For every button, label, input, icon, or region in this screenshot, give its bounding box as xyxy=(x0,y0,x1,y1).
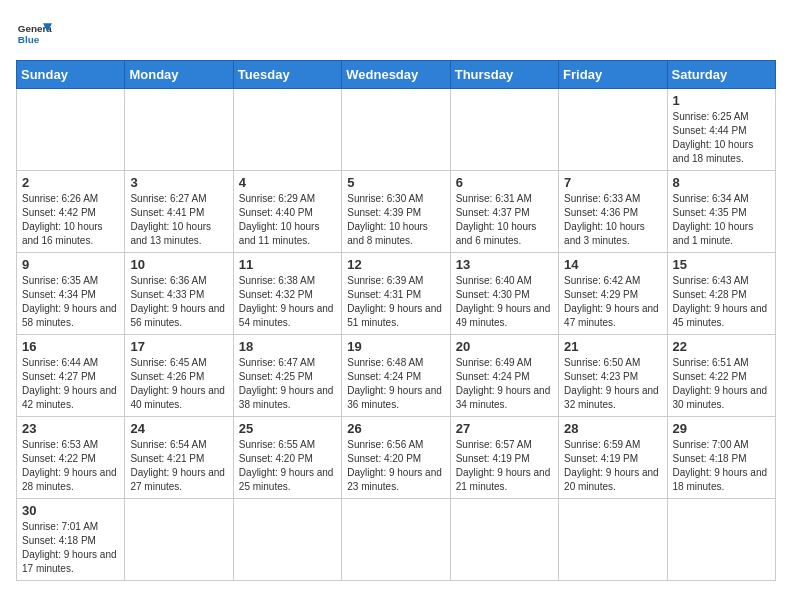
weekday-header-row: SundayMondayTuesdayWednesdayThursdayFrid… xyxy=(17,61,776,89)
day-number: 14 xyxy=(564,257,661,272)
logo-icon: General Blue xyxy=(16,16,52,52)
calendar-cell xyxy=(450,499,558,581)
day-number: 7 xyxy=(564,175,661,190)
day-info: Sunrise: 6:35 AM Sunset: 4:34 PM Dayligh… xyxy=(22,274,119,330)
day-number: 27 xyxy=(456,421,553,436)
day-info: Sunrise: 6:59 AM Sunset: 4:19 PM Dayligh… xyxy=(564,438,661,494)
calendar-cell xyxy=(233,499,341,581)
calendar-cell: 1Sunrise: 6:25 AM Sunset: 4:44 PM Daylig… xyxy=(667,89,775,171)
calendar-cell: 30Sunrise: 7:01 AM Sunset: 4:18 PM Dayli… xyxy=(17,499,125,581)
calendar-cell: 29Sunrise: 7:00 AM Sunset: 4:18 PM Dayli… xyxy=(667,417,775,499)
calendar-cell: 25Sunrise: 6:55 AM Sunset: 4:20 PM Dayli… xyxy=(233,417,341,499)
day-number: 11 xyxy=(239,257,336,272)
calendar-cell: 7Sunrise: 6:33 AM Sunset: 4:36 PM Daylig… xyxy=(559,171,667,253)
day-info: Sunrise: 6:29 AM Sunset: 4:40 PM Dayligh… xyxy=(239,192,336,248)
day-number: 26 xyxy=(347,421,444,436)
calendar-cell: 27Sunrise: 6:57 AM Sunset: 4:19 PM Dayli… xyxy=(450,417,558,499)
day-info: Sunrise: 6:26 AM Sunset: 4:42 PM Dayligh… xyxy=(22,192,119,248)
day-info: Sunrise: 6:54 AM Sunset: 4:21 PM Dayligh… xyxy=(130,438,227,494)
day-info: Sunrise: 7:00 AM Sunset: 4:18 PM Dayligh… xyxy=(673,438,770,494)
calendar-cell xyxy=(125,89,233,171)
week-row-1: 1Sunrise: 6:25 AM Sunset: 4:44 PM Daylig… xyxy=(17,89,776,171)
calendar-cell xyxy=(450,89,558,171)
week-row-3: 9Sunrise: 6:35 AM Sunset: 4:34 PM Daylig… xyxy=(17,253,776,335)
calendar-cell: 24Sunrise: 6:54 AM Sunset: 4:21 PM Dayli… xyxy=(125,417,233,499)
day-number: 18 xyxy=(239,339,336,354)
day-info: Sunrise: 6:48 AM Sunset: 4:24 PM Dayligh… xyxy=(347,356,444,412)
weekday-header-wednesday: Wednesday xyxy=(342,61,450,89)
calendar-cell xyxy=(559,499,667,581)
day-info: Sunrise: 6:39 AM Sunset: 4:31 PM Dayligh… xyxy=(347,274,444,330)
calendar-cell: 17Sunrise: 6:45 AM Sunset: 4:26 PM Dayli… xyxy=(125,335,233,417)
day-number: 28 xyxy=(564,421,661,436)
day-info: Sunrise: 6:30 AM Sunset: 4:39 PM Dayligh… xyxy=(347,192,444,248)
calendar-cell: 3Sunrise: 6:27 AM Sunset: 4:41 PM Daylig… xyxy=(125,171,233,253)
day-number: 8 xyxy=(673,175,770,190)
weekday-header-tuesday: Tuesday xyxy=(233,61,341,89)
day-number: 16 xyxy=(22,339,119,354)
day-info: Sunrise: 6:33 AM Sunset: 4:36 PM Dayligh… xyxy=(564,192,661,248)
weekday-header-friday: Friday xyxy=(559,61,667,89)
day-number: 23 xyxy=(22,421,119,436)
day-info: Sunrise: 6:56 AM Sunset: 4:20 PM Dayligh… xyxy=(347,438,444,494)
day-info: Sunrise: 6:38 AM Sunset: 4:32 PM Dayligh… xyxy=(239,274,336,330)
day-number: 25 xyxy=(239,421,336,436)
calendar-cell: 21Sunrise: 6:50 AM Sunset: 4:23 PM Dayli… xyxy=(559,335,667,417)
calendar-cell: 6Sunrise: 6:31 AM Sunset: 4:37 PM Daylig… xyxy=(450,171,558,253)
weekday-header-thursday: Thursday xyxy=(450,61,558,89)
day-number: 29 xyxy=(673,421,770,436)
week-row-4: 16Sunrise: 6:44 AM Sunset: 4:27 PM Dayli… xyxy=(17,335,776,417)
day-number: 5 xyxy=(347,175,444,190)
header: General Blue xyxy=(16,16,776,52)
calendar-cell: 12Sunrise: 6:39 AM Sunset: 4:31 PM Dayli… xyxy=(342,253,450,335)
day-info: Sunrise: 6:57 AM Sunset: 4:19 PM Dayligh… xyxy=(456,438,553,494)
calendar-cell: 19Sunrise: 6:48 AM Sunset: 4:24 PM Dayli… xyxy=(342,335,450,417)
day-info: Sunrise: 6:34 AM Sunset: 4:35 PM Dayligh… xyxy=(673,192,770,248)
day-info: Sunrise: 6:50 AM Sunset: 4:23 PM Dayligh… xyxy=(564,356,661,412)
day-number: 24 xyxy=(130,421,227,436)
calendar-cell: 13Sunrise: 6:40 AM Sunset: 4:30 PM Dayli… xyxy=(450,253,558,335)
day-info: Sunrise: 6:40 AM Sunset: 4:30 PM Dayligh… xyxy=(456,274,553,330)
calendar-cell xyxy=(342,89,450,171)
day-info: Sunrise: 6:53 AM Sunset: 4:22 PM Dayligh… xyxy=(22,438,119,494)
calendar-cell: 4Sunrise: 6:29 AM Sunset: 4:40 PM Daylig… xyxy=(233,171,341,253)
calendar-cell: 2Sunrise: 6:26 AM Sunset: 4:42 PM Daylig… xyxy=(17,171,125,253)
calendar-cell: 8Sunrise: 6:34 AM Sunset: 4:35 PM Daylig… xyxy=(667,171,775,253)
calendar-cell: 23Sunrise: 6:53 AM Sunset: 4:22 PM Dayli… xyxy=(17,417,125,499)
calendar-cell xyxy=(667,499,775,581)
day-info: Sunrise: 6:45 AM Sunset: 4:26 PM Dayligh… xyxy=(130,356,227,412)
calendar-table: SundayMondayTuesdayWednesdayThursdayFrid… xyxy=(16,60,776,581)
calendar-cell: 16Sunrise: 6:44 AM Sunset: 4:27 PM Dayli… xyxy=(17,335,125,417)
calendar-cell: 26Sunrise: 6:56 AM Sunset: 4:20 PM Dayli… xyxy=(342,417,450,499)
calendar-cell: 15Sunrise: 6:43 AM Sunset: 4:28 PM Dayli… xyxy=(667,253,775,335)
day-number: 19 xyxy=(347,339,444,354)
calendar-cell: 9Sunrise: 6:35 AM Sunset: 4:34 PM Daylig… xyxy=(17,253,125,335)
calendar-cell xyxy=(342,499,450,581)
weekday-header-monday: Monday xyxy=(125,61,233,89)
calendar-cell: 28Sunrise: 6:59 AM Sunset: 4:19 PM Dayli… xyxy=(559,417,667,499)
day-info: Sunrise: 6:44 AM Sunset: 4:27 PM Dayligh… xyxy=(22,356,119,412)
calendar-cell xyxy=(233,89,341,171)
day-info: Sunrise: 6:51 AM Sunset: 4:22 PM Dayligh… xyxy=(673,356,770,412)
day-info: Sunrise: 6:25 AM Sunset: 4:44 PM Dayligh… xyxy=(673,110,770,166)
day-number: 17 xyxy=(130,339,227,354)
day-number: 13 xyxy=(456,257,553,272)
week-row-2: 2Sunrise: 6:26 AM Sunset: 4:42 PM Daylig… xyxy=(17,171,776,253)
day-info: Sunrise: 7:01 AM Sunset: 4:18 PM Dayligh… xyxy=(22,520,119,576)
day-number: 20 xyxy=(456,339,553,354)
svg-text:Blue: Blue xyxy=(18,34,40,45)
day-number: 2 xyxy=(22,175,119,190)
logo: General Blue xyxy=(16,16,52,52)
day-number: 15 xyxy=(673,257,770,272)
calendar-cell: 11Sunrise: 6:38 AM Sunset: 4:32 PM Dayli… xyxy=(233,253,341,335)
week-row-5: 23Sunrise: 6:53 AM Sunset: 4:22 PM Dayli… xyxy=(17,417,776,499)
day-number: 9 xyxy=(22,257,119,272)
week-row-6: 30Sunrise: 7:01 AM Sunset: 4:18 PM Dayli… xyxy=(17,499,776,581)
day-info: Sunrise: 6:43 AM Sunset: 4:28 PM Dayligh… xyxy=(673,274,770,330)
day-info: Sunrise: 6:42 AM Sunset: 4:29 PM Dayligh… xyxy=(564,274,661,330)
day-info: Sunrise: 6:55 AM Sunset: 4:20 PM Dayligh… xyxy=(239,438,336,494)
calendar-cell xyxy=(17,89,125,171)
day-number: 30 xyxy=(22,503,119,518)
calendar-cell: 10Sunrise: 6:36 AM Sunset: 4:33 PM Dayli… xyxy=(125,253,233,335)
day-number: 6 xyxy=(456,175,553,190)
